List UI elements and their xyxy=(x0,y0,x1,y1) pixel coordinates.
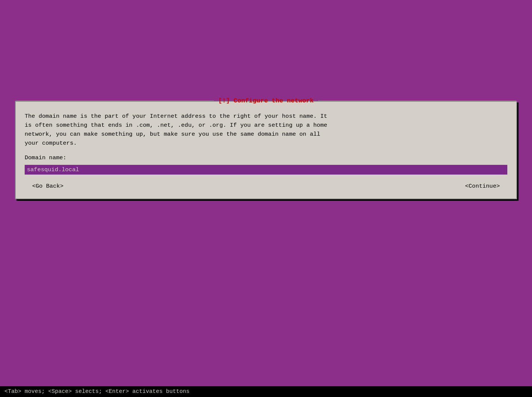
domain-label: Domain name: xyxy=(25,154,507,161)
dialog-box: [!] Configure the network The domain nam… xyxy=(15,101,517,199)
dialog-buttons: <Go Back> <Continue> xyxy=(25,181,507,191)
screen: [!] Configure the network The domain nam… xyxy=(0,0,532,397)
continue-button[interactable]: <Continue> xyxy=(461,181,504,191)
dialog-title-bar: [!] Configure the network xyxy=(16,97,516,104)
status-bar-text: <Tab> moves; <Space> selects; <Enter> ac… xyxy=(4,388,190,395)
title-line-left xyxy=(16,101,214,101)
dialog-title: [!] Configure the network xyxy=(217,97,315,104)
dialog-body: The domain name is the part of your Inte… xyxy=(16,104,516,198)
dialog-description: The domain name is the part of your Inte… xyxy=(25,112,507,148)
title-line-right xyxy=(318,101,516,101)
status-bar: <Tab> moves; <Space> selects; <Enter> ac… xyxy=(0,386,532,397)
domain-name-input[interactable] xyxy=(25,165,507,175)
go-back-button[interactable]: <Go Back> xyxy=(28,181,68,191)
